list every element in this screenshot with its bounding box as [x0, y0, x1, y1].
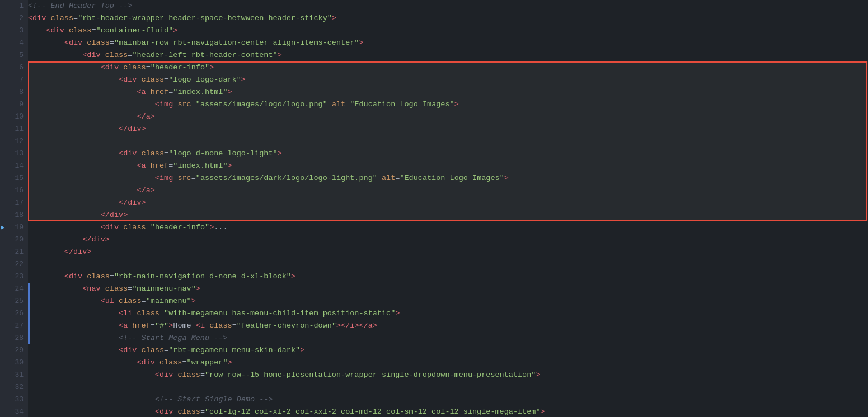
- code-content-area[interactable]: <!-- End Header Top --><div class="rbt-h…: [28, 0, 868, 417]
- code-line-15: <img src="assets/images/dark/logo/logo-l…: [28, 172, 868, 184]
- code-line-1: <!-- End Header Top -->: [28, 0, 868, 12]
- line-number-3: 3: [0, 25, 28, 37]
- line-number-4: 4: [0, 37, 28, 49]
- code-line-4: <div class="mainbar-row rbt-navigation-c…: [28, 37, 868, 49]
- code-line-13: <div class="logo d-none logo-light">: [28, 148, 868, 160]
- line-number-12: 12: [0, 135, 28, 148]
- code-line-6: <div class="header-info">: [28, 61, 868, 74]
- line-number-20: 20: [0, 234, 28, 246]
- line-number-21: 21: [0, 246, 28, 258]
- code-line-5: <div class="header-left rbt-header-conte…: [28, 49, 868, 61]
- line-number-11: 11: [0, 123, 28, 135]
- line-number-18: 18: [0, 209, 28, 221]
- code-line-8: <a href="index.html">: [28, 86, 868, 98]
- code-editor: 123456789101112131415161718▶192021222324…: [0, 0, 868, 417]
- line-number-31: 31: [0, 369, 28, 381]
- code-line-12: [28, 135, 868, 148]
- code-line-7: <div class="logo logo-dark">: [28, 74, 868, 86]
- line-number-2: 2: [0, 12, 28, 25]
- line-number-17: 17: [0, 197, 28, 209]
- line-number-5: 5: [0, 49, 28, 61]
- code-line-19: <div class="header-info">...: [28, 221, 868, 234]
- line-number-32: 32: [0, 381, 28, 394]
- line-number-15: 15: [0, 172, 28, 184]
- code-line-16: </a>: [28, 184, 868, 197]
- code-line-9: <img src="assets/images/logo/logo.png" a…: [28, 98, 868, 111]
- code-line-24: <nav class="mainmenu-nav">: [28, 283, 868, 295]
- code-line-32: [28, 381, 868, 394]
- line-number-19: ▶19: [0, 221, 28, 234]
- line-number-25: 25: [0, 295, 28, 307]
- line-number-14: 14: [0, 160, 28, 172]
- line-number-29: 29: [0, 344, 28, 357]
- code-line-28: <!-- Start Mega Menu -->: [28, 332, 868, 344]
- line-number-gutter: 123456789101112131415161718▶192021222324…: [0, 0, 28, 417]
- line-number-24: 24: [0, 283, 28, 295]
- code-line-22: [28, 258, 868, 271]
- code-line-33: <!-- Start Single Demo -->: [28, 394, 868, 406]
- code-line-25: <ul class="mainmenu">: [28, 295, 868, 307]
- code-line-34: <div class="col-lg-12 col-xl-2 col-xxl-2…: [28, 406, 868, 417]
- blue-line-indicator: [28, 283, 30, 344]
- code-line-18: </div>: [28, 209, 868, 221]
- line-number-22: 22: [0, 258, 28, 271]
- code-line-20: </div>: [28, 234, 868, 246]
- code-line-27: <a href="#">Home <i class="feather-chevr…: [28, 320, 868, 332]
- line-number-10: 10: [0, 111, 28, 123]
- line-number-7: 7: [0, 74, 28, 86]
- line-number-6: 6: [0, 61, 28, 74]
- line-number-26: 26: [0, 307, 28, 320]
- line-number-9: 9: [0, 98, 28, 111]
- code-line-11: </div>: [28, 123, 868, 135]
- line-number-33: 33: [0, 394, 28, 406]
- line-number-28: 28: [0, 332, 28, 344]
- line-number-13: 13: [0, 148, 28, 160]
- code-line-31: <div class="row row--15 home-plesentatio…: [28, 369, 868, 381]
- code-line-2: <div class="rbt-header-wrapper header-sp…: [28, 12, 868, 25]
- code-line-21: </div>: [28, 246, 868, 258]
- line-number-27: 27: [0, 320, 28, 332]
- line-number-16: 16: [0, 184, 28, 197]
- line-number-1: 1: [0, 0, 28, 12]
- line-number-30: 30: [0, 357, 28, 369]
- code-line-14: <a href="index.html">: [28, 160, 868, 172]
- line-number-34: 34: [0, 406, 28, 417]
- code-line-26: <li class="with-megamenu has-menu-child-…: [28, 307, 868, 320]
- code-line-29: <div class="rbt-megamenu menu-skin-dark"…: [28, 344, 868, 357]
- code-line-3: <div class="container-fluid">: [28, 25, 868, 37]
- line-number-23: 23: [0, 271, 28, 283]
- code-line-30: <div class="wrapper">: [28, 357, 868, 369]
- code-line-23: <div class="rbt-main-navigation d-none d…: [28, 271, 868, 283]
- code-line-17: </div>: [28, 197, 868, 209]
- code-line-10: </a>: [28, 111, 868, 123]
- line-number-8: 8: [0, 86, 28, 98]
